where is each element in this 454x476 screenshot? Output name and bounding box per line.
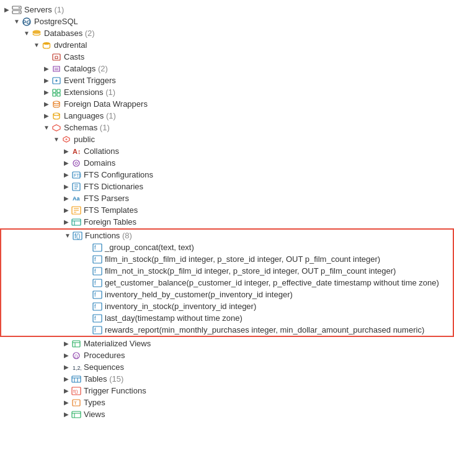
databases-icon bbox=[31, 29, 42, 38]
svg-text:f(): f() bbox=[73, 388, 78, 394]
func6-node[interactable]: f inventory_in_stock(p_inventory_id inte… bbox=[1, 300, 453, 312]
mat-views-node[interactable]: Materialized Views bbox=[0, 338, 454, 349]
trigger-functions-arrow[interactable] bbox=[62, 387, 71, 394]
func7-node[interactable]: f last_day(timestamp without time zone) bbox=[1, 312, 453, 324]
fts-dict-arrow[interactable] bbox=[62, 183, 71, 190]
svg-text:FTS: FTS bbox=[74, 173, 81, 177]
event-triggers-node[interactable]: Event Triggers bbox=[0, 74, 454, 86]
procedures-node[interactable]: () Procedures bbox=[0, 349, 454, 361]
fts-parser-node[interactable]: Aa FTS Parsers bbox=[0, 192, 454, 204]
func8-icon: f bbox=[92, 326, 103, 335]
func3-label: film_not_in_stock(p_film_id integer, p_s… bbox=[105, 266, 396, 276]
fts-templates-arrow[interactable] bbox=[62, 207, 71, 213]
func7-icon: f bbox=[92, 314, 103, 323]
domains-node[interactable]: Domains bbox=[0, 157, 454, 169]
svg-point-17 bbox=[66, 138, 68, 140]
postgresql-node[interactable]: PG PostgreSQL bbox=[0, 16, 454, 27]
trigger-functions-node[interactable]: f() Trigger Functions bbox=[0, 385, 454, 397]
languages-icon bbox=[51, 112, 62, 120]
casts-icon: Ω bbox=[51, 53, 62, 61]
func1-node[interactable]: f _group_concat(text, text) bbox=[1, 241, 453, 253]
fts-parser-arrow[interactable] bbox=[62, 195, 71, 202]
schemas-icon bbox=[51, 123, 62, 132]
public-schema-node[interactable]: public bbox=[0, 133, 454, 145]
dvdrental-label: dvdrental bbox=[54, 40, 87, 50]
domains-label: Domains bbox=[84, 158, 115, 168]
foreign-tables-arrow[interactable] bbox=[62, 218, 71, 225]
trigger-functions-label: Trigger Functions bbox=[84, 386, 146, 395]
functions-node[interactable]: f() Functions (8) bbox=[1, 230, 453, 241]
svg-point-15 bbox=[53, 101, 60, 104]
fdw-node[interactable]: Foreign Data Wrappers bbox=[0, 98, 454, 110]
views-arrow[interactable] bbox=[62, 411, 71, 418]
fts-dict-node[interactable]: FTS Dictionaries bbox=[0, 181, 454, 192]
extensions-node[interactable]: Extensions (1) bbox=[0, 86, 454, 98]
types-node[interactable]: T Types bbox=[0, 397, 454, 408]
domains-arrow[interactable] bbox=[62, 159, 71, 166]
fts-config-node[interactable]: FTS FTS Configurations bbox=[0, 169, 454, 181]
tables-arrow[interactable] bbox=[62, 375, 71, 382]
collations-node[interactable]: A↕ Collations bbox=[0, 145, 454, 157]
fts-templates-node[interactable]: FTS Templates bbox=[0, 204, 454, 216]
procedures-arrow[interactable] bbox=[62, 352, 71, 359]
sequences-arrow[interactable] bbox=[62, 364, 71, 370]
mat-views-arrow[interactable] bbox=[62, 340, 71, 347]
tables-node[interactable]: Tables (15) bbox=[0, 373, 454, 385]
dvdrental-icon bbox=[41, 41, 52, 50]
func5-label: inventory_held_by_customer(p_inventory_i… bbox=[105, 290, 293, 299]
postgresql-arrow[interactable] bbox=[12, 18, 21, 25]
database-tree: Servers (1) PG PostgreSQL Databases (2) … bbox=[0, 0, 454, 424]
sequences-node[interactable]: 1,2,3 Sequences bbox=[0, 361, 454, 373]
func5-node[interactable]: f inventory_held_by_customer(p_inventory… bbox=[1, 289, 453, 300]
svg-rect-11 bbox=[53, 89, 56, 92]
func6-label: inventory_in_stock(p_inventory_id intege… bbox=[105, 302, 256, 311]
dvdrental-arrow[interactable] bbox=[32, 42, 41, 48]
languages-node[interactable]: Languages (1) bbox=[0, 110, 454, 122]
svg-point-7 bbox=[43, 42, 50, 45]
event-triggers-arrow[interactable] bbox=[42, 77, 51, 84]
servers-arrow[interactable] bbox=[2, 6, 11, 13]
databases-arrow[interactable] bbox=[22, 30, 31, 37]
types-arrow[interactable] bbox=[62, 399, 71, 406]
public-schema-arrow[interactable] bbox=[52, 136, 61, 143]
casts-node[interactable]: Ω Casts bbox=[0, 51, 454, 63]
views-label: Views bbox=[84, 410, 105, 419]
func3-node[interactable]: f film_not_in_stock(p_film_id integer, p… bbox=[1, 265, 453, 277]
views-node[interactable]: Views bbox=[0, 408, 454, 420]
procedures-icon: () bbox=[71, 351, 82, 360]
collations-label: Collations bbox=[84, 146, 119, 156]
fts-dict-label: FTS Dictionaries bbox=[84, 182, 143, 191]
mat-views-label: Materialized Views bbox=[84, 339, 151, 348]
collations-arrow[interactable] bbox=[62, 148, 71, 155]
func4-node[interactable]: f get_customer_balance(p_customer_id int… bbox=[1, 277, 453, 289]
catalogs-node[interactable]: Catalogs (2) bbox=[0, 63, 454, 74]
svg-rect-45 bbox=[73, 341, 80, 347]
event-triggers-label: Event Triggers bbox=[64, 76, 116, 85]
extensions-icon bbox=[51, 88, 62, 97]
svg-text:A↕: A↕ bbox=[73, 148, 81, 155]
catalogs-icon bbox=[51, 65, 62, 73]
catalogs-arrow[interactable] bbox=[42, 65, 51, 72]
svg-text:f: f bbox=[94, 280, 96, 286]
domains-icon bbox=[71, 159, 82, 168]
foreign-tables-node[interactable]: Foreign Tables bbox=[0, 216, 454, 228]
fts-parser-icon: Aa bbox=[71, 194, 82, 203]
dvdrental-node[interactable]: dvdrental bbox=[0, 39, 454, 51]
fts-config-arrow[interactable] bbox=[62, 171, 71, 178]
extensions-arrow[interactable] bbox=[42, 89, 51, 96]
schemas-arrow[interactable] bbox=[42, 124, 51, 131]
fdw-icon bbox=[51, 100, 62, 109]
databases-node[interactable]: Databases (2) bbox=[0, 27, 454, 39]
func1-icon: f bbox=[92, 243, 103, 252]
func2-node[interactable]: f film_in_stock(p_film_id integer, p_sto… bbox=[1, 253, 453, 265]
views-icon bbox=[71, 410, 82, 419]
func8-node[interactable]: f rewards_report(min_monthly_purchases i… bbox=[1, 324, 453, 336]
functions-arrow[interactable] bbox=[63, 232, 72, 239]
public-schema-label: public bbox=[74, 135, 95, 144]
func7-label: last_day(timestamp without time zone) bbox=[105, 313, 243, 323]
languages-arrow[interactable] bbox=[42, 112, 51, 119]
svg-rect-12 bbox=[57, 89, 60, 92]
schemas-node[interactable]: Schemas (1) bbox=[0, 122, 454, 133]
fdw-arrow[interactable] bbox=[42, 101, 51, 107]
servers-node[interactable]: Servers (1) bbox=[0, 4, 454, 16]
